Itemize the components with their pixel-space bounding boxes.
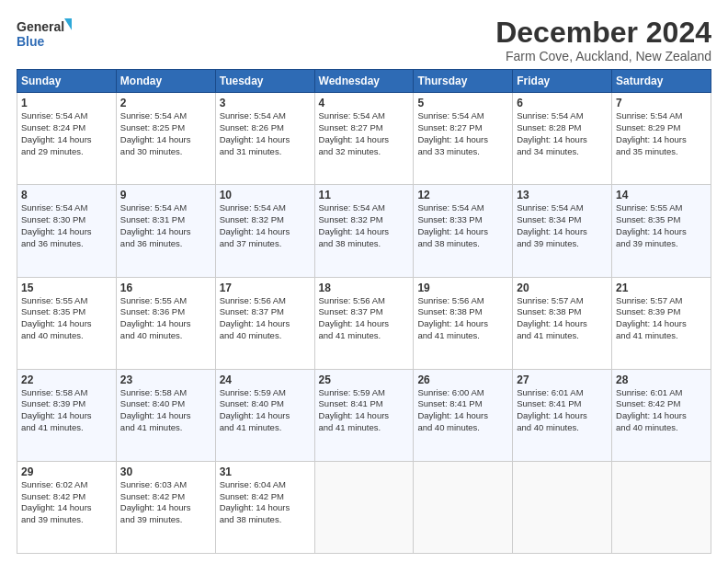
day-info: Sunrise: 5:54 AMSunset: 8:27 PMDaylight:… bbox=[417, 110, 508, 157]
week-row-5: 29Sunrise: 6:02 AMSunset: 8:42 PMDayligh… bbox=[17, 461, 711, 553]
day-cell: 1Sunrise: 5:54 AMSunset: 8:24 PMDaylight… bbox=[17, 93, 117, 185]
day-info: Sunrise: 5:54 AMSunset: 8:30 PMDaylight:… bbox=[21, 202, 112, 249]
subtitle: Farm Cove, Auckland, New Zealand bbox=[495, 49, 711, 63]
day-number: 4 bbox=[319, 97, 410, 109]
week-row-4: 22Sunrise: 5:58 AMSunset: 8:39 PMDayligh… bbox=[17, 369, 711, 461]
day-number: 1 bbox=[21, 97, 112, 109]
day-info: Sunrise: 6:01 AMSunset: 8:41 PMDaylight:… bbox=[517, 387, 608, 434]
day-cell: 4Sunrise: 5:54 AMSunset: 8:27 PMDaylight… bbox=[314, 93, 414, 185]
day-info: Sunrise: 5:56 AMSunset: 8:37 PMDaylight:… bbox=[220, 295, 311, 342]
day-header-sunday: Sunday bbox=[17, 70, 117, 93]
day-info: Sunrise: 5:57 AMSunset: 8:39 PMDaylight:… bbox=[616, 295, 707, 342]
day-info: Sunrise: 5:54 AMSunset: 8:27 PMDaylight:… bbox=[319, 110, 410, 157]
day-cell: 29Sunrise: 6:02 AMSunset: 8:42 PMDayligh… bbox=[17, 461, 117, 553]
logo-svg: General Blue bbox=[17, 17, 72, 55]
day-info: Sunrise: 6:03 AMSunset: 8:42 PMDaylight:… bbox=[120, 479, 211, 526]
day-cell: 25Sunrise: 5:59 AMSunset: 8:41 PMDayligh… bbox=[314, 369, 414, 461]
day-cell: 30Sunrise: 6:03 AMSunset: 8:42 PMDayligh… bbox=[116, 461, 215, 553]
day-cell: 2Sunrise: 5:54 AMSunset: 8:25 PMDaylight… bbox=[116, 93, 215, 185]
day-header-wednesday: Wednesday bbox=[314, 70, 414, 93]
day-cell: 7Sunrise: 5:54 AMSunset: 8:29 PMDaylight… bbox=[612, 93, 711, 185]
day-cell bbox=[513, 461, 612, 553]
title-block: December 2024 Farm Cove, Auckland, New Z… bbox=[495, 17, 711, 63]
day-cell: 6Sunrise: 5:54 AMSunset: 8:28 PMDaylight… bbox=[513, 93, 612, 185]
day-number: 18 bbox=[319, 282, 410, 294]
day-number: 29 bbox=[21, 465, 112, 478]
svg-text:General: General bbox=[17, 19, 64, 34]
day-number: 28 bbox=[616, 373, 707, 386]
day-info: Sunrise: 6:04 AMSunset: 8:42 PMDaylight:… bbox=[220, 479, 311, 526]
logo: General Blue bbox=[17, 17, 72, 55]
day-number: 22 bbox=[21, 373, 112, 386]
day-info: Sunrise: 5:54 AMSunset: 8:26 PMDaylight:… bbox=[220, 110, 311, 157]
day-header-saturday: Saturday bbox=[612, 70, 711, 93]
day-cell: 31Sunrise: 6:04 AMSunset: 8:42 PMDayligh… bbox=[215, 461, 314, 553]
day-cell: 19Sunrise: 5:56 AMSunset: 8:38 PMDayligh… bbox=[414, 277, 513, 369]
day-info: Sunrise: 5:54 AMSunset: 8:28 PMDaylight:… bbox=[517, 110, 608, 157]
day-number: 2 bbox=[120, 97, 211, 109]
day-header-thursday: Thursday bbox=[414, 70, 513, 93]
header: General Blue December 2024 Farm Cove, Au… bbox=[17, 17, 711, 63]
day-number: 25 bbox=[319, 373, 410, 386]
day-cell: 23Sunrise: 5:58 AMSunset: 8:40 PMDayligh… bbox=[116, 369, 215, 461]
day-number: 21 bbox=[616, 282, 707, 294]
day-cell bbox=[314, 461, 414, 553]
day-number: 12 bbox=[417, 189, 508, 201]
day-info: Sunrise: 5:55 AMSunset: 8:36 PMDaylight:… bbox=[120, 295, 211, 342]
calendar-table: SundayMondayTuesdayWednesdayThursdayFrid… bbox=[17, 69, 711, 554]
day-number: 5 bbox=[417, 97, 508, 109]
day-number: 10 bbox=[220, 189, 311, 201]
week-row-1: 1Sunrise: 5:54 AMSunset: 8:24 PMDaylight… bbox=[17, 93, 711, 185]
day-number: 24 bbox=[220, 373, 311, 386]
week-row-2: 8Sunrise: 5:54 AMSunset: 8:30 PMDaylight… bbox=[17, 185, 711, 277]
day-info: Sunrise: 5:56 AMSunset: 8:37 PMDaylight:… bbox=[319, 295, 410, 342]
day-cell bbox=[414, 461, 513, 553]
day-number: 7 bbox=[616, 97, 707, 109]
day-cell: 5Sunrise: 5:54 AMSunset: 8:27 PMDaylight… bbox=[414, 93, 513, 185]
day-header-tuesday: Tuesday bbox=[215, 70, 314, 93]
day-number: 17 bbox=[220, 282, 311, 294]
page: General Blue December 2024 Farm Cove, Au… bbox=[0, 0, 728, 563]
day-cell: 16Sunrise: 5:55 AMSunset: 8:36 PMDayligh… bbox=[116, 277, 215, 369]
day-number: 9 bbox=[120, 189, 211, 201]
day-number: 11 bbox=[319, 189, 410, 201]
day-cell: 28Sunrise: 6:01 AMSunset: 8:42 PMDayligh… bbox=[612, 369, 711, 461]
day-cell: 21Sunrise: 5:57 AMSunset: 8:39 PMDayligh… bbox=[612, 277, 711, 369]
day-info: Sunrise: 5:57 AMSunset: 8:38 PMDaylight:… bbox=[517, 295, 608, 342]
day-info: Sunrise: 5:54 AMSunset: 8:24 PMDaylight:… bbox=[21, 110, 112, 157]
day-cell: 26Sunrise: 6:00 AMSunset: 8:41 PMDayligh… bbox=[414, 369, 513, 461]
day-info: Sunrise: 5:59 AMSunset: 8:41 PMDaylight:… bbox=[319, 387, 410, 434]
day-cell: 24Sunrise: 5:59 AMSunset: 8:40 PMDayligh… bbox=[215, 369, 314, 461]
day-number: 15 bbox=[21, 282, 112, 294]
day-info: Sunrise: 6:02 AMSunset: 8:42 PMDaylight:… bbox=[21, 479, 112, 526]
day-info: Sunrise: 6:01 AMSunset: 8:42 PMDaylight:… bbox=[616, 387, 707, 434]
day-cell: 9Sunrise: 5:54 AMSunset: 8:31 PMDaylight… bbox=[116, 185, 215, 277]
day-header-friday: Friday bbox=[513, 70, 612, 93]
day-number: 14 bbox=[616, 189, 707, 201]
day-header-monday: Monday bbox=[116, 70, 215, 93]
day-info: Sunrise: 5:54 AMSunset: 8:32 PMDaylight:… bbox=[319, 202, 410, 249]
day-info: Sunrise: 5:54 AMSunset: 8:31 PMDaylight:… bbox=[120, 202, 211, 249]
day-number: 31 bbox=[220, 465, 311, 478]
day-info: Sunrise: 5:54 AMSunset: 8:33 PMDaylight:… bbox=[417, 202, 508, 249]
day-cell: 3Sunrise: 5:54 AMSunset: 8:26 PMDaylight… bbox=[215, 93, 314, 185]
day-cell: 22Sunrise: 5:58 AMSunset: 8:39 PMDayligh… bbox=[17, 369, 117, 461]
day-number: 30 bbox=[120, 465, 211, 478]
week-row-3: 15Sunrise: 5:55 AMSunset: 8:35 PMDayligh… bbox=[17, 277, 711, 369]
day-number: 6 bbox=[517, 97, 608, 109]
day-cell: 20Sunrise: 5:57 AMSunset: 8:38 PMDayligh… bbox=[513, 277, 612, 369]
day-info: Sunrise: 5:58 AMSunset: 8:39 PMDaylight:… bbox=[21, 387, 112, 434]
day-cell: 10Sunrise: 5:54 AMSunset: 8:32 PMDayligh… bbox=[215, 185, 314, 277]
day-cell: 18Sunrise: 5:56 AMSunset: 8:37 PMDayligh… bbox=[314, 277, 414, 369]
day-number: 13 bbox=[517, 189, 608, 201]
day-cell: 17Sunrise: 5:56 AMSunset: 8:37 PMDayligh… bbox=[215, 277, 314, 369]
month-title: December 2024 bbox=[495, 17, 711, 49]
day-info: Sunrise: 5:54 AMSunset: 8:29 PMDaylight:… bbox=[616, 110, 707, 157]
day-cell: 13Sunrise: 5:54 AMSunset: 8:34 PMDayligh… bbox=[513, 185, 612, 277]
day-of-week-row: SundayMondayTuesdayWednesdayThursdayFrid… bbox=[17, 70, 711, 93]
day-info: Sunrise: 5:56 AMSunset: 8:38 PMDaylight:… bbox=[417, 295, 508, 342]
day-cell: 8Sunrise: 5:54 AMSunset: 8:30 PMDaylight… bbox=[17, 185, 117, 277]
day-number: 3 bbox=[220, 97, 311, 109]
day-cell: 14Sunrise: 5:55 AMSunset: 8:35 PMDayligh… bbox=[612, 185, 711, 277]
day-cell: 15Sunrise: 5:55 AMSunset: 8:35 PMDayligh… bbox=[17, 277, 117, 369]
